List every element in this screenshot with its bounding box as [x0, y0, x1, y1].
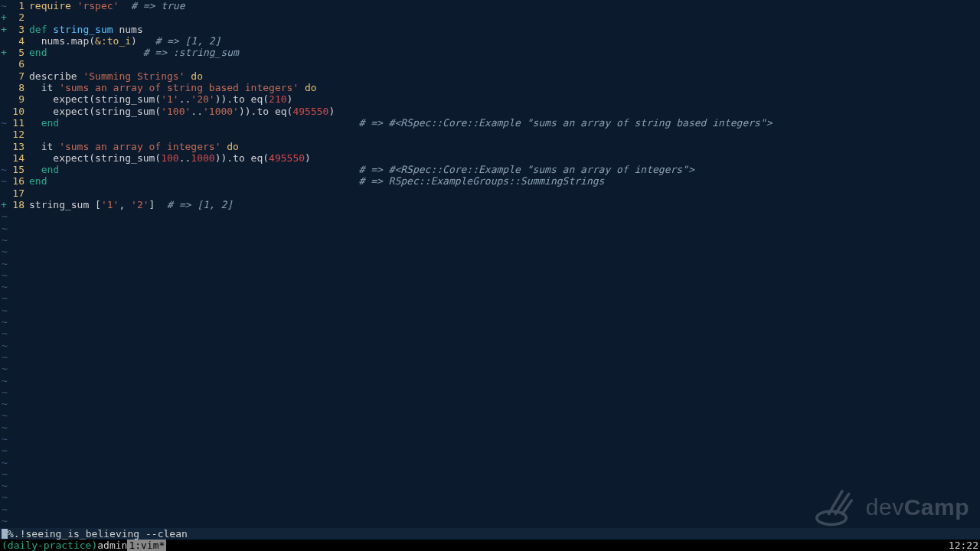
sign-column [0, 129, 8, 140]
tilde-icon: ~ [0, 457, 8, 468]
code-line[interactable]: 8 it 'sums an array of string based inte… [0, 82, 980, 93]
code-content[interactable]: require 'rspec' # => true [29, 0, 980, 11]
empty-line: ~ [0, 223, 980, 234]
code-line[interactable]: 13 it 'sums an array of integers' do [0, 141, 980, 152]
tilde-icon: ~ [0, 340, 8, 351]
code-line[interactable]: 12 [0, 129, 980, 140]
code-content[interactable]: nums.map(&:to_i) # => [1, 2] [29, 35, 980, 47]
code-content[interactable] [29, 187, 980, 199]
sign-column: + [0, 199, 8, 210]
tilde-icon: ~ [0, 210, 8, 222]
sign-column [0, 35, 8, 47]
tmux-user: admin [97, 540, 127, 551]
empty-line: ~ [0, 457, 980, 468]
line-number: 2 [8, 11, 29, 23]
tilde-icon: ~ [0, 515, 8, 527]
code-line[interactable]: 14 expect(string_sum(100..1000)).to eq(4… [0, 152, 980, 164]
code-content[interactable] [29, 11, 980, 23]
line-number: 6 [8, 58, 29, 70]
empty-line: ~ [0, 292, 980, 304]
code-content[interactable]: end # => #<RSpec::Core::Example "sums an… [29, 164, 980, 175]
code-line[interactable]: 6 [0, 58, 980, 70]
line-number: 12 [8, 129, 29, 140]
code-line[interactable]: ~1require 'rspec' # => true [0, 0, 980, 11]
tilde-icon: ~ [0, 468, 8, 480]
code-editor[interactable]: ~1require 'rspec' # => true+2+3def strin… [0, 0, 980, 527]
code-content[interactable]: expect(string_sum('1'..'20')).to eq(210) [29, 93, 980, 105]
line-number: 5 [8, 47, 29, 58]
line-number: 18 [8, 199, 29, 210]
code-content[interactable]: end # => RSpec::ExampleGroups::SummingSt… [29, 175, 980, 187]
empty-line: ~ [0, 468, 980, 480]
code-content[interactable]: expect(string_sum('100'..'1000')).to eq(… [29, 106, 980, 117]
sign-column: ~ [0, 0, 8, 11]
cmdline-text: .!seeing_is_believing --clean [14, 528, 188, 540]
empty-line: ~ [0, 351, 980, 363]
sign-column [0, 152, 8, 164]
devcamp-watermark: devCamp [815, 484, 969, 530]
empty-line: ~ [0, 433, 980, 445]
empty-line: ~ [0, 281, 980, 292]
line-number: 13 [8, 141, 29, 152]
code-content[interactable] [29, 58, 980, 70]
line-number: 8 [8, 82, 29, 93]
tilde-icon: ~ [0, 258, 8, 269]
code-content[interactable]: describe 'Summing Strings' do [29, 70, 980, 82]
code-content[interactable]: end # => :string_sum [29, 47, 980, 58]
code-line[interactable]: +3def string_sum nums [0, 24, 980, 35]
code-line[interactable]: ~11 end # => #<RSpec::Core::Example "sum… [0, 117, 980, 129]
sign-column: ~ [0, 117, 8, 129]
code-line[interactable]: ~15 end # => #<RSpec::Core::Example "sum… [0, 164, 980, 175]
tilde-icon: ~ [0, 504, 8, 515]
tilde-icon: ~ [0, 269, 8, 281]
tilde-icon: ~ [0, 223, 8, 234]
line-number: 17 [8, 187, 29, 199]
code-content[interactable]: def string_sum nums [29, 24, 980, 35]
tmux-clock: 12:22 [949, 540, 978, 551]
tilde-icon: ~ [0, 363, 8, 374]
tilde-icon: ~ [0, 316, 8, 328]
code-line[interactable]: ~16end # => RSpec::ExampleGroups::Summin… [0, 175, 980, 187]
tmux-window-tab[interactable]: 1:vim* [127, 540, 166, 551]
code-line[interactable]: +2 [0, 11, 980, 23]
empty-line: ~ [0, 316, 980, 328]
tilde-icon: ~ [0, 445, 8, 456]
empty-line: ~ [0, 398, 980, 409]
empty-line: ~ [0, 258, 980, 269]
line-number: 7 [8, 70, 29, 82]
line-number: 1 [8, 0, 29, 11]
code-line[interactable]: 4 nums.map(&:to_i) # => [1, 2] [0, 35, 980, 47]
sign-column [0, 106, 8, 117]
code-content[interactable]: string_sum ['1', '2'] # => [1, 2] [29, 199, 980, 210]
tilde-icon: ~ [0, 409, 8, 421]
code-content[interactable]: it 'sums an array of integers' do [29, 141, 980, 152]
code-content[interactable]: end # => #<RSpec::Core::Example "sums an… [29, 117, 980, 129]
watermark-text: devCamp [866, 501, 969, 513]
empty-line: ~ [0, 340, 980, 351]
line-number: 4 [8, 35, 29, 47]
sign-column: + [0, 11, 8, 23]
vim-command-line[interactable]: %.!seeing_is_believing --clean [0, 528, 980, 540]
line-number: 16 [8, 175, 29, 187]
empty-line: ~ [0, 375, 980, 386]
sign-column: ~ [0, 175, 8, 187]
code-line[interactable]: 10 expect(string_sum('100'..'1000')).to … [0, 106, 980, 117]
code-line[interactable]: +18string_sum ['1', '2'] # => [1, 2] [0, 199, 980, 210]
code-line[interactable]: 17 [0, 187, 980, 199]
code-line[interactable]: 9 expect(string_sum('1'..'20')).to eq(21… [0, 93, 980, 105]
sign-column: + [0, 24, 8, 35]
tilde-icon: ~ [0, 328, 8, 339]
knife-logo-icon [815, 484, 858, 530]
cursor-block [2, 529, 8, 539]
sign-column [0, 70, 8, 82]
sign-column [0, 58, 8, 70]
line-number: 10 [8, 106, 29, 117]
tilde-icon: ~ [0, 281, 8, 292]
code-line[interactable]: 7describe 'Summing Strings' do [0, 70, 980, 82]
code-content[interactable]: expect(string_sum(100..1000)).to eq(4955… [29, 152, 980, 164]
tilde-icon: ~ [0, 491, 8, 503]
code-content[interactable]: it 'sums an array of string based intege… [29, 82, 980, 93]
code-content[interactable] [29, 129, 980, 140]
sign-column [0, 93, 8, 105]
code-line[interactable]: +5end # => :string_sum [0, 47, 980, 58]
